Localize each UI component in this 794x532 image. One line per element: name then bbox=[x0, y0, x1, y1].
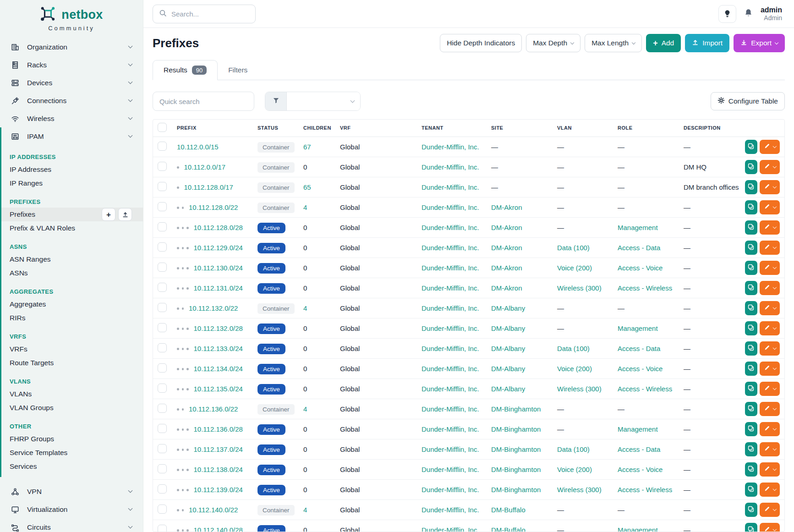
prefix-link[interactable]: 10.112.128.0/22 bbox=[189, 203, 238, 211]
row-checkbox[interactable] bbox=[158, 323, 167, 332]
row-checkbox[interactable] bbox=[158, 464, 167, 473]
clone-button[interactable] bbox=[745, 140, 757, 154]
tenant-link[interactable]: Dunder-Mifflin, Inc. bbox=[422, 445, 479, 453]
vlan-link[interactable]: Data (100) bbox=[557, 244, 590, 252]
site-link[interactable]: DM-Binghamton bbox=[491, 405, 541, 413]
clone-button[interactable] bbox=[745, 281, 757, 295]
role-link[interactable]: Management bbox=[618, 324, 658, 332]
sidebar-item-service-templates[interactable]: Service Templates bbox=[1, 446, 143, 460]
tab-results[interactable]: Results 90 bbox=[153, 60, 218, 80]
edit-button[interactable] bbox=[760, 382, 780, 396]
sidebar-item-wireless[interactable]: Wireless bbox=[0, 110, 143, 127]
edit-button[interactable] bbox=[760, 180, 780, 194]
clone-button[interactable] bbox=[745, 301, 757, 315]
prefix-link[interactable]: 10.112.129.0/24 bbox=[194, 244, 243, 252]
row-checkbox[interactable] bbox=[158, 242, 167, 252]
sidebar-item-ip-addresses[interactable]: IP Addresses bbox=[1, 163, 143, 176]
prefix-link[interactable]: 10.112.128.0/28 bbox=[194, 224, 243, 231]
quick-add-button[interactable]: + bbox=[102, 208, 115, 221]
column-header-site[interactable]: SITE bbox=[487, 120, 553, 137]
tenant-link[interactable]: Dunder-Mifflin, Inc. bbox=[422, 526, 479, 532]
vlan-link[interactable]: Wireless (300) bbox=[557, 284, 602, 292]
column-header-children[interactable]: CHILDREN bbox=[299, 120, 335, 137]
sidebar-item-asns[interactable]: ASNs bbox=[1, 266, 143, 280]
prefix-link[interactable]: 10.112.140.0/28 bbox=[194, 526, 243, 532]
sidebar-item-aggregates[interactable]: Aggregates bbox=[1, 297, 143, 311]
prefix-link[interactable]: 10.112.133.0/24 bbox=[194, 345, 243, 352]
sidebar-item-vpn[interactable]: VPN bbox=[0, 483, 143, 500]
sidebar-item-vlans[interactable]: VLANs bbox=[1, 387, 143, 401]
quick-search-input[interactable] bbox=[153, 92, 254, 111]
tenant-link[interactable]: Dunder-Mifflin, Inc. bbox=[422, 183, 479, 191]
vlan-link[interactable]: Data (100) bbox=[557, 345, 590, 352]
clone-button[interactable] bbox=[745, 261, 757, 275]
sidebar-item-prefixes[interactable]: Prefixes+ bbox=[1, 208, 143, 221]
children-count-link[interactable]: 4 bbox=[303, 304, 307, 312]
tenant-link[interactable]: Dunder-Mifflin, Inc. bbox=[422, 304, 479, 312]
sidebar-item-devices[interactable]: Devices bbox=[0, 74, 143, 92]
edit-button[interactable] bbox=[760, 261, 780, 275]
sidebar-item-route-targets[interactable]: Route Targets bbox=[1, 356, 143, 370]
tenant-link[interactable]: Dunder-Mifflin, Inc. bbox=[422, 284, 479, 292]
vlan-link[interactable]: Voice (200) bbox=[557, 466, 592, 473]
row-checkbox[interactable] bbox=[158, 404, 167, 413]
tenant-link[interactable]: Dunder-Mifflin, Inc. bbox=[422, 244, 479, 252]
site-link[interactable]: DM-Binghamton bbox=[491, 486, 541, 494]
row-checkbox[interactable] bbox=[158, 343, 167, 352]
edit-button[interactable] bbox=[760, 483, 780, 497]
role-link[interactable]: Access - Voice bbox=[618, 365, 663, 373]
tenant-link[interactable]: Dunder-Mifflin, Inc. bbox=[422, 345, 479, 352]
children-count-link[interactable]: 65 bbox=[303, 183, 311, 191]
sidebar-item-virtualization[interactable]: Virtualization bbox=[0, 500, 143, 518]
row-checkbox[interactable] bbox=[158, 424, 167, 433]
role-link[interactable]: Access - Voice bbox=[618, 466, 663, 473]
row-checkbox[interactable] bbox=[158, 525, 167, 532]
vlan-link[interactable]: Wireless (300) bbox=[557, 486, 602, 494]
column-header-description[interactable]: DESCRIPTION bbox=[679, 120, 740, 137]
role-link[interactable]: Management bbox=[618, 526, 658, 532]
prefix-link[interactable]: 10.112.132.0/22 bbox=[189, 304, 238, 312]
hide-depth-indicators-button[interactable]: Hide Depth Indicators bbox=[440, 34, 522, 52]
site-link[interactable]: DM-Albany bbox=[491, 365, 525, 373]
sidebar-item-vrfs[interactable]: VRFs bbox=[1, 342, 143, 356]
clone-button[interactable] bbox=[745, 483, 757, 497]
role-link[interactable]: Access - Data bbox=[618, 244, 660, 252]
prefix-link[interactable]: 10.112.134.0/24 bbox=[194, 365, 243, 373]
configure-table-button[interactable]: Configure Table bbox=[711, 92, 785, 110]
sidebar-item-connections[interactable]: Connections bbox=[0, 92, 143, 110]
column-header-status[interactable]: STATUS bbox=[253, 120, 299, 137]
clone-button[interactable] bbox=[745, 503, 757, 517]
site-link[interactable]: DM-Albany bbox=[491, 304, 525, 312]
site-link[interactable]: DM-Akron bbox=[491, 264, 522, 272]
prefix-link[interactable]: 10.112.130.0/24 bbox=[194, 264, 243, 272]
children-count-link[interactable]: 67 bbox=[303, 143, 311, 151]
add-button[interactable]: + Add bbox=[646, 34, 681, 52]
edit-button[interactable] bbox=[760, 422, 780, 436]
row-checkbox[interactable] bbox=[158, 303, 167, 312]
role-link[interactable]: Management bbox=[618, 425, 658, 433]
children-count-link[interactable]: 4 bbox=[303, 203, 307, 211]
sidebar-item-rirs[interactable]: RIRs bbox=[1, 311, 143, 325]
quick-import-button[interactable] bbox=[118, 208, 132, 221]
tenant-link[interactable]: Dunder-Mifflin, Inc. bbox=[422, 506, 479, 514]
sidebar-item-prefix-vlan-roles[interactable]: Prefix & VLAN Roles bbox=[1, 221, 143, 235]
clone-button[interactable] bbox=[745, 180, 757, 194]
filter-dropdown[interactable] bbox=[287, 92, 360, 110]
max-length-dropdown[interactable]: Max Length bbox=[585, 34, 642, 52]
site-link[interactable]: DM-Albany bbox=[491, 324, 525, 332]
site-link[interactable]: DM-Akron bbox=[491, 244, 522, 252]
clone-button[interactable] bbox=[745, 402, 757, 416]
sidebar-item-racks[interactable]: Racks bbox=[0, 56, 143, 74]
edit-button[interactable] bbox=[760, 220, 780, 235]
edit-button[interactable] bbox=[760, 402, 780, 416]
row-checkbox[interactable] bbox=[158, 142, 167, 151]
theme-toggle-button[interactable] bbox=[718, 5, 736, 23]
edit-button[interactable] bbox=[760, 301, 780, 315]
prefix-link[interactable]: 10.112.135.0/24 bbox=[194, 385, 243, 393]
row-checkbox[interactable] bbox=[158, 283, 167, 292]
clone-button[interactable] bbox=[745, 382, 757, 396]
children-count-link[interactable]: 4 bbox=[303, 506, 307, 514]
tenant-link[interactable]: Dunder-Mifflin, Inc. bbox=[422, 224, 479, 231]
sidebar-item-vlan-groups[interactable]: VLAN Groups bbox=[1, 401, 143, 415]
prefix-link[interactable]: 10.112.128.0/17 bbox=[184, 183, 233, 191]
